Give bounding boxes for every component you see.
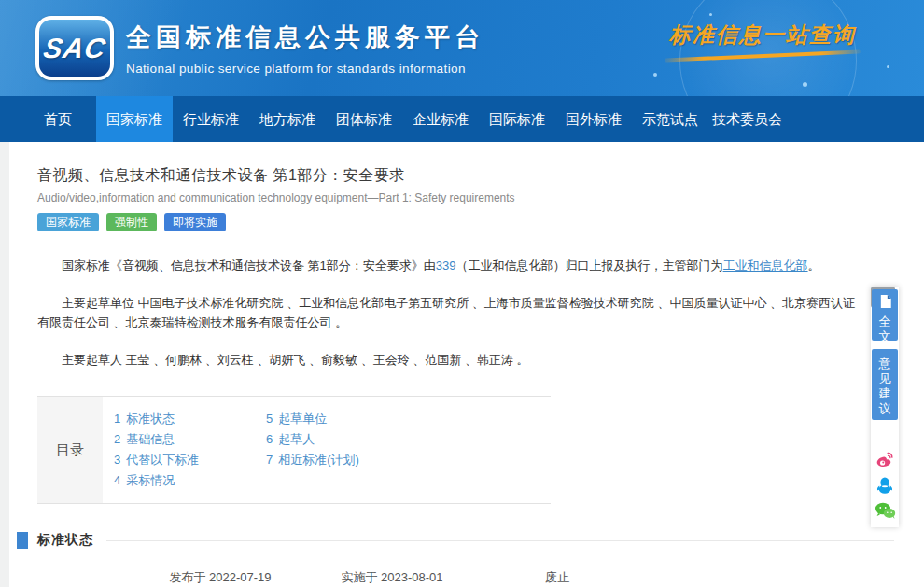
standard-detail: 音视频、信息技术和通信技术设备 第1部分：安全要求 Audio/video,in… — [37, 142, 859, 587]
weibo-icon — [875, 450, 895, 474]
paragraph-authority: 国家标准《音视频、信息技术和通信技术设备 第1部分：安全要求》由339（工业和信… — [37, 256, 859, 275]
toc-item-drafting-units[interactable]: 5起草单位 — [266, 409, 359, 429]
toc-item-basic-info[interactable]: 2基础信息 — [114, 429, 266, 450]
nav-item-home[interactable]: 首页 — [20, 96, 96, 142]
timeline-label-implemented: 实施于 2023-08-01 — [341, 569, 442, 586]
toc-body: 1标准状态 2基础信息 3代替以下标准 4采标情况 5起草单位 6起草人 7相近… — [103, 397, 551, 503]
tag-upcoming: 即将实施 — [164, 213, 226, 231]
slogan-text: 标准信息一站查询 — [665, 21, 861, 49]
nav-item-international-standards[interactable]: 国际标准 — [479, 96, 555, 142]
nav-item-enterprise-standards[interactable]: 企业标准 — [402, 96, 479, 142]
toc-column-1: 1标准状态 2基础信息 3代替以下标准 4采标情况 — [114, 409, 266, 491]
standard-tags: 国家标准 强制性 即将实施 — [37, 213, 859, 231]
side-toolbar: 全文 意见建议 — [871, 287, 899, 527]
weibo-share-button[interactable] — [874, 451, 896, 473]
tag-mandatory: 强制性 — [106, 213, 157, 231]
nav-item-technical-committee[interactable]: 技术委员会 — [708, 96, 786, 142]
wechat-share-button[interactable] — [874, 501, 896, 524]
toc-item-replaces[interactable]: 3代替以下标准 — [114, 450, 266, 470]
p1-text: 。 — [808, 259, 820, 273]
site-title: 全国标准信息公共服务平台 — [126, 21, 484, 54]
site-title-block: 全国标准信息公共服务平台 National public service pla… — [126, 21, 484, 76]
feedback-label: 意见建议 — [878, 356, 891, 416]
toc-item-similar-standards[interactable]: 7相近标准(计划) — [266, 450, 359, 470]
link-339[interactable]: 339 — [436, 259, 456, 273]
nav-item-group-standards[interactable]: 团体标准 — [326, 96, 402, 142]
toc-label: 目录 — [37, 397, 103, 503]
standard-title-zh: 音视频、信息技术和通信技术设备 第1部分：安全要求 — [37, 166, 859, 186]
toc-item-drafters[interactable]: 6起草人 — [266, 429, 359, 450]
paragraph-drafting-units: 主要起草单位 中国电子技术标准化研究院 、工业和信息化部电子第五研究所 、上海市… — [37, 293, 859, 333]
nav-item-foreign-standards[interactable]: 国外标准 — [555, 96, 632, 142]
nav-item-local-standards[interactable]: 地方标准 — [249, 96, 326, 142]
decor-dot — [709, 13, 712, 16]
nav-item-pilot-demo[interactable]: 示范试点 — [632, 96, 708, 142]
table-of-contents: 目录 1标准状态 2基础信息 3代替以下标准 4采标情况 5起草单位 6起草人 … — [37, 396, 551, 504]
link-ministry[interactable]: 工业和信息化部 — [723, 259, 808, 273]
decor-dot — [887, 65, 889, 68]
main-nav: 首页 国家标准 行业标准 地方标准 团体标准 企业标准 国际标准 国外标准 示范… — [0, 96, 924, 142]
standard-title-en: Audio/video,information and communicatio… — [37, 191, 859, 204]
fulltext-label: 全文 — [878, 314, 891, 344]
p1-text: （工业和信息化部）归口上报及执行，主管部门为 — [456, 259, 723, 273]
p1-text: 国家标准《音视频、信息技术和通信技术设备 第1部分：安全要求》由 — [62, 259, 436, 273]
toc-item-status[interactable]: 1标准状态 — [114, 409, 266, 429]
sac-logo-text: SAC — [41, 33, 108, 64]
feedback-button[interactable]: 意见建议 — [872, 349, 898, 420]
toc-item-adoption[interactable]: 4采标情况 — [114, 470, 266, 491]
header-slogan: 标准信息一站查询 — [665, 21, 861, 58]
tag-national-standard: 国家标准 — [37, 213, 99, 231]
status-section-header: 标准状态 — [17, 532, 859, 549]
decor-dot — [653, 73, 657, 77]
timeline-label-abolished: 废止 — [545, 569, 569, 586]
site-subtitle: National public service platform for sta… — [126, 62, 484, 76]
left-gutter — [0, 142, 9, 587]
document-icon — [879, 295, 891, 312]
page-body: 音视频、信息技术和通信技术设备 第1部分：安全要求 Audio/video,in… — [0, 142, 924, 587]
qq-icon — [875, 475, 895, 499]
toc-column-2: 5起草单位 6起草人 7相近标准(计划) — [266, 409, 359, 491]
status-section-title: 标准状态 — [37, 532, 93, 549]
sac-logo[interactable]: SAC — [35, 16, 114, 80]
section-divider-line — [106, 540, 894, 541]
decor-dot — [803, 82, 807, 87]
wechat-icon — [875, 501, 896, 524]
status-timeline: 发布于 2022-07-19 实施于 2023-08-01 废止 — [37, 569, 859, 587]
site-header: SAC 全国标准信息公共服务平台 National public service… — [0, 0, 924, 96]
section-marker — [17, 532, 28, 549]
paragraph-drafters: 主要起草人 王莹 、何鹏林 、刘云柱 、胡妍飞 、俞毅敏 、王会玲 、范国新 、… — [37, 350, 859, 370]
nav-item-industry-standards[interactable]: 行业标准 — [173, 96, 249, 142]
timeline-label-published: 发布于 2022-07-19 — [169, 569, 271, 586]
sac-logo-inner: SAC — [39, 20, 110, 77]
fulltext-button[interactable]: 全文 — [872, 289, 898, 341]
nav-item-national-standards[interactable]: 国家标准 — [96, 96, 173, 142]
qq-share-button[interactable] — [874, 476, 896, 498]
